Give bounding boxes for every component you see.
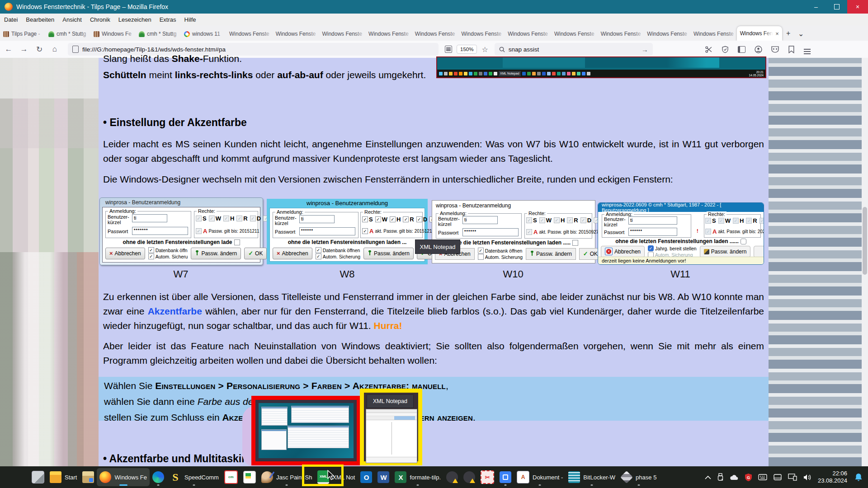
warning-app-1-button[interactable]	[443, 468, 461, 486]
firefox-taskbar-button[interactable]: Windows Fe	[97, 468, 150, 486]
window-title: Windows Fenstertechnik - Tilps Page – Mo…	[16, 3, 168, 10]
menu-icon[interactable]	[804, 49, 811, 50]
start-button[interactable]	[12, 468, 29, 486]
scissors-icon: ✂	[481, 470, 494, 484]
menu-hilfe[interactable]: Hilfe	[180, 16, 200, 23]
sidebar-icon[interactable]	[738, 46, 745, 53]
paragraph-3: Zu erkennen ist über alle Versionen, das…	[103, 290, 764, 333]
tray-expand-chevron-icon[interactable]	[705, 475, 711, 479]
taskbar-clock[interactable]: 22:0623.08.2024	[818, 470, 847, 484]
scrollbar-thumb[interactable]	[863, 207, 867, 275]
heading-multitasking: • Akzentfarbe und Multitasking	[103, 453, 254, 465]
dialog-status-text: derzeit liegen keine Anmeldungen vor!	[598, 257, 764, 264]
paragraph-4: Aber leider ist das Feature nach Neuinst…	[103, 339, 764, 368]
tab-windows-fenster-3[interactable]: Windows Fenste	[319, 27, 365, 41]
phase5-taskbar-button[interactable]: phase 5	[618, 468, 659, 486]
menu-chronik[interactable]: Chronik	[86, 16, 114, 23]
xml-notepad-thumbnail-yellow-annotation: XML Notepad	[360, 389, 422, 465]
background-photo-left	[0, 58, 99, 466]
speaker-icon[interactable]	[803, 474, 811, 481]
excel-taskbar-button[interactable]: Xformate-tilp.	[392, 468, 443, 486]
new-tab-button[interactable]: +	[782, 27, 795, 40]
notification-bell-icon[interactable]	[854, 472, 863, 482]
speedcommander-taskbar-button[interactable]: SSpeedComm	[167, 468, 222, 486]
tab-cmh-2[interactable]: cmh * Stuttg	[136, 27, 181, 41]
home-button[interactable]: ⌂	[48, 43, 61, 56]
tab-google-windows11[interactable]: windows 11	[181, 27, 226, 41]
menu-lesezeichen[interactable]: Lesezeichen	[114, 16, 156, 23]
taskbar: Start Windows Fe SSpeedComm cm Jasc Pain…	[0, 466, 868, 488]
close-button[interactable]: ×	[847, 0, 868, 14]
cmh-tool-taskbar-button[interactable]: cm	[222, 468, 241, 486]
instruction-line-1: Wählen Sie Einstellungen > Personalisier…	[104, 379, 769, 393]
tab-windows-fenster-6[interactable]: Windows Fenste	[458, 27, 505, 41]
screenshot-icon[interactable]	[705, 46, 712, 53]
tab-windows-fenster-4[interactable]: Windows Fenste	[365, 27, 412, 41]
wordpad-taskbar-button[interactable]: ADokument -	[514, 468, 566, 486]
shake-line: Schütteln meint links-rechts-links oder …	[103, 68, 426, 82]
tab-tilps-page[interactable]: Tilps Page -	[0, 27, 45, 41]
keyboard-icon[interactable]	[758, 474, 767, 480]
minimize-button[interactable]: –	[806, 0, 826, 14]
shield-icon[interactable]	[722, 46, 729, 53]
tab-windows-fenster-9[interactable]: Windows Fenste	[598, 27, 644, 41]
task-view-button[interactable]	[29, 468, 47, 486]
windows-logo-icon	[14, 471, 26, 483]
forward-button[interactable]: →	[17, 43, 31, 56]
tab-windows-fenster-11[interactable]: Windows Fenste	[690, 27, 737, 41]
menu-datei[interactable]: Datei	[0, 16, 22, 23]
account-icon[interactable]	[755, 46, 762, 53]
tab-windows-fenster-1[interactable]: Windows Fenste	[226, 27, 273, 41]
speedcommander-icon: S	[170, 471, 181, 483]
dialog-screenshot-w11: winprosa-2022.0609 © cmh * Stuttgart, 19…	[598, 202, 764, 265]
cast-display-icon[interactable]	[788, 474, 797, 481]
maximize-button[interactable]	[826, 0, 847, 14]
mask-icon[interactable]	[771, 46, 779, 53]
onedrive-cloud-icon[interactable]	[730, 474, 739, 480]
tab-cmh-1[interactable]: cmh * Stuttg	[45, 27, 90, 41]
snap-assist-thumbnail-red-annotation	[251, 396, 361, 465]
page-info-icon[interactable]	[72, 46, 79, 53]
search-go-icon[interactable]: →	[642, 46, 648, 53]
task-view-icon	[32, 471, 44, 483]
warning-app-2-button[interactable]	[461, 468, 478, 486]
instruction-line-3: stellen Sie zum Schluss ein Akzentfarbe …	[104, 410, 769, 424]
usb-icon[interactable]	[717, 473, 723, 481]
tilps-favicon	[94, 31, 99, 37]
screenshot-app-button[interactable]	[497, 468, 514, 486]
explorer-start-button[interactable]: Start	[47, 468, 80, 486]
tab-close-icon[interactable]: ×	[774, 30, 779, 37]
tab-windows-fenster-10[interactable]: Windows Fenste	[644, 27, 690, 41]
bitlocker-taskbar-button[interactable]: BitLocker-W	[566, 468, 618, 486]
tab-windows-fenster-8[interactable]: Windows Fenste	[551, 27, 598, 41]
folder-shortcut-button[interactable]	[80, 468, 97, 486]
svg-text:G: G	[747, 475, 750, 479]
akzentfarbe-link[interactable]: Akzentfarbe	[148, 306, 202, 316]
outlook-taskbar-button[interactable]: O	[358, 468, 375, 486]
menu-ansicht[interactable]: Ansicht	[58, 16, 86, 23]
ok-button-image: ✓OK	[244, 248, 267, 259]
screenshot-desktop	[437, 57, 765, 68]
list-all-tabs-button[interactable]: ⌄	[795, 27, 807, 40]
dialog-title: winprosa - Benutzeranmeldung	[267, 200, 428, 206]
word-taskbar-button[interactable]: W	[375, 468, 392, 486]
edge-taskbar-button[interactable]	[150, 468, 167, 486]
reload-button[interactable]: ↻	[33, 43, 46, 56]
tab-active-windows-fenster[interactable]: Windows Fen×	[737, 26, 782, 41]
tab-windows-fenster-7[interactable]: Windows Fenste	[505, 27, 551, 41]
article-column: Slang heißt das Shake-Funktion. XML Note…	[99, 58, 769, 466]
folder-download-icon	[82, 471, 94, 483]
tab-windows-fe[interactable]: Windows Fe	[90, 27, 136, 41]
menu-bearbeiten[interactable]: Bearbeiten	[22, 16, 58, 23]
system-tray: G 22:0623.08.2024	[705, 470, 868, 484]
notes-tool-taskbar-button[interactable]	[241, 468, 259, 486]
tab-windows-fenster-5[interactable]: Windows Fenste	[412, 27, 458, 41]
caption-w10: W10	[486, 268, 540, 280]
back-button[interactable]: ←	[2, 43, 15, 56]
snipping-tool-button[interactable]: ✂	[478, 468, 497, 486]
touchpad-icon[interactable]	[774, 474, 782, 480]
gdata-shield-icon[interactable]: G	[745, 474, 752, 481]
tab-windows-fenster-2[interactable]: Windows Fenste	[273, 27, 319, 41]
pocket-icon[interactable]	[788, 46, 795, 53]
menu-extras[interactable]: Extras	[156, 16, 180, 23]
